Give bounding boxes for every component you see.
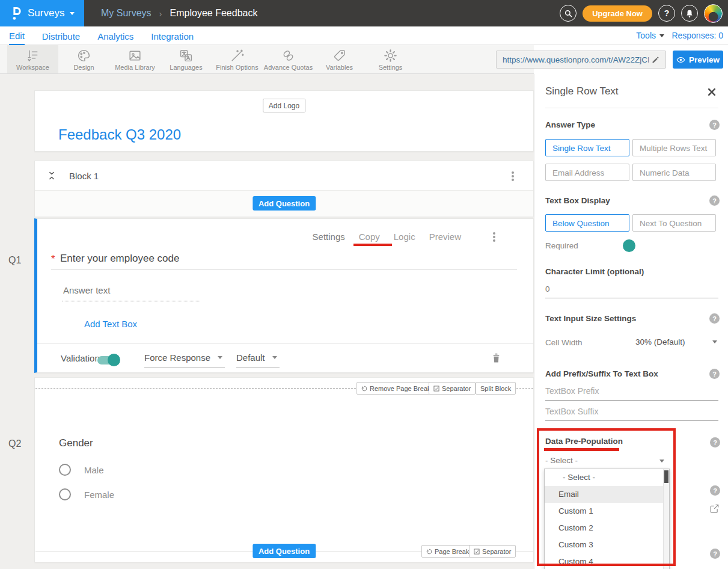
option-male-label[interactable]: Male bbox=[84, 465, 104, 475]
answer-type-help-icon[interactable]: ? bbox=[709, 120, 720, 130]
delete-question-trash-icon[interactable] bbox=[492, 352, 501, 363]
add-logo-button[interactable]: Add Logo bbox=[263, 99, 305, 112]
toolbar-advance-quotas[interactable]: Advance Quotas bbox=[263, 45, 314, 73]
toolbar-variables[interactable]: Variables bbox=[314, 45, 365, 73]
question-number-q2: Q2 bbox=[8, 438, 21, 449]
textbox-suffix-input[interactable] bbox=[545, 407, 718, 416]
help-button[interactable]: ? bbox=[658, 5, 675, 22]
question-tab-copy[interactable]: Copy bbox=[359, 232, 380, 242]
radio-female[interactable] bbox=[59, 488, 71, 500]
answer-type-email-address[interactable]: Email Address bbox=[545, 164, 629, 181]
data-pre-population-help-icon[interactable]: ? bbox=[710, 437, 720, 448]
collapse-block-icon[interactable] bbox=[47, 171, 56, 180]
toolbar-media-library[interactable]: Media Library bbox=[109, 45, 161, 73]
data-pre-population-caret-icon[interactable] bbox=[659, 460, 664, 463]
product-switcher[interactable]: Surveys bbox=[0, 0, 84, 26]
breadcrumb-current-survey: Employee Feedback bbox=[170, 8, 258, 19]
survey-title[interactable]: Feedback Q3 2020 bbox=[58, 126, 181, 143]
search-button[interactable] bbox=[560, 5, 577, 22]
toolbar-languages[interactable]: Languages bbox=[161, 45, 212, 73]
remove-page-break-button[interactable]: Remove Page Break bbox=[356, 382, 436, 395]
toolbar-design[interactable]: Design bbox=[58, 45, 109, 73]
upgrade-now-button[interactable]: Upgrade Now bbox=[583, 5, 652, 22]
dropdown-option-custom3[interactable]: Custom 3 bbox=[545, 537, 669, 553]
dropdown-option-custom2[interactable]: Custom 2 bbox=[545, 520, 669, 537]
add-text-box-link[interactable]: Add Text Box bbox=[84, 319, 137, 329]
force-response-dropdown[interactable]: Force Response bbox=[144, 352, 225, 368]
breadcrumb-my-surveys[interactable]: My Surveys bbox=[101, 8, 151, 19]
display-below-question[interactable]: Below Question bbox=[545, 214, 629, 232]
tab-analytics[interactable]: Analytics bbox=[97, 26, 133, 45]
block-card: Block 1 Add Question bbox=[34, 161, 534, 217]
separator-button-bottom[interactable]: Separator bbox=[469, 545, 516, 558]
validation-default-dropdown[interactable]: Default bbox=[236, 352, 280, 368]
page-2-card: Remove Page Break Separator Split Block … bbox=[34, 377, 534, 562]
character-limit-input[interactable] bbox=[545, 284, 718, 294]
dropdown-scrollbar[interactable] bbox=[663, 469, 669, 569]
block-name[interactable]: Block 1 bbox=[69, 171, 99, 181]
questionpro-logo-icon bbox=[10, 5, 22, 21]
add-question-button-bottom[interactable]: Add Question bbox=[252, 544, 316, 558]
question-tab-logic[interactable]: Logic bbox=[394, 232, 415, 242]
display-next-to-question[interactable]: Next To Question bbox=[632, 214, 716, 232]
question-menu-dots-icon[interactable] bbox=[493, 232, 495, 235]
textbox-prefix-input[interactable] bbox=[545, 387, 718, 396]
hidden-section-help-icon[interactable]: ? bbox=[710, 485, 720, 496]
text-input-size-help-icon[interactable]: ? bbox=[709, 313, 720, 324]
answer-text-input[interactable] bbox=[62, 285, 200, 301]
cell-width-caret-icon[interactable] bbox=[712, 340, 717, 343]
responses-count[interactable]: Responses: 0 bbox=[671, 26, 723, 45]
separator-button-top[interactable]: Separator bbox=[429, 382, 476, 395]
tools-menu[interactable]: Tools bbox=[636, 26, 664, 45]
survey-header-card: Add Logo Feedback Q3 2020 bbox=[34, 90, 534, 152]
annotation-settings-underline bbox=[353, 244, 392, 246]
required-label: Required bbox=[545, 241, 578, 250]
dropdown-option-email[interactable]: Email bbox=[545, 486, 669, 503]
toolbar-finish-options[interactable]: Finish Options bbox=[212, 45, 263, 73]
external-link-icon[interactable] bbox=[709, 503, 720, 514]
tab-integration[interactable]: Integration bbox=[151, 26, 194, 45]
dropdown-option-custom1[interactable]: Custom 1 bbox=[545, 503, 669, 520]
validation-toggle[interactable] bbox=[97, 356, 119, 364]
notifications-button[interactable] bbox=[681, 5, 698, 22]
page-break-icon bbox=[426, 549, 432, 555]
text-input-size-label: Text Input Size Settings bbox=[545, 314, 636, 323]
question-2-text[interactable]: Gender bbox=[59, 437, 93, 449]
dropdown-option-custom4[interactable]: Custom 4 bbox=[545, 553, 669, 569]
hidden-section-help-icon-2[interactable]: ? bbox=[710, 549, 720, 559]
survey-url-input[interactable] bbox=[497, 55, 651, 64]
question-action-tabs: Settings Copy Logic Preview bbox=[313, 232, 461, 242]
toolbar-settings[interactable]: Settings bbox=[365, 45, 416, 73]
option-female-label[interactable]: Female bbox=[84, 490, 114, 500]
data-pre-population-select[interactable]: - Select - bbox=[545, 456, 578, 465]
answer-type-numeric-data[interactable]: Numeric Data bbox=[632, 164, 716, 181]
question-1-text[interactable]: Enter your employee code bbox=[60, 253, 179, 265]
add-question-button[interactable]: Add Question bbox=[252, 196, 316, 211]
user-avatar[interactable] bbox=[704, 4, 723, 23]
question-tab-preview[interactable]: Preview bbox=[429, 232, 461, 242]
page-break-button[interactable]: Page Break bbox=[421, 545, 474, 558]
question-number-q1: Q1 bbox=[8, 255, 21, 266]
annotation-red-underline bbox=[544, 448, 619, 451]
dropdown-option-select[interactable]: - Select - bbox=[545, 469, 669, 486]
default-caret-icon bbox=[272, 356, 277, 359]
tab-edit[interactable]: Edit bbox=[9, 26, 25, 45]
split-block-button[interactable]: Split Block bbox=[476, 382, 516, 395]
edit-url-pencil-icon[interactable] bbox=[651, 55, 660, 64]
tab-distribute[interactable]: Distribute bbox=[42, 26, 80, 45]
cell-width-value[interactable]: 30% (Default) bbox=[635, 337, 685, 346]
prefix-suffix-help-icon[interactable]: ? bbox=[709, 369, 720, 379]
block-menu-dots-icon[interactable] bbox=[512, 171, 514, 174]
answer-type-single-row-text[interactable]: Single Row Text bbox=[545, 139, 629, 156]
question-tab-settings[interactable]: Settings bbox=[313, 232, 345, 242]
preview-button[interactable]: Preview bbox=[673, 51, 723, 69]
close-panel-icon[interactable] bbox=[707, 87, 717, 97]
answer-type-multiple-rows-text[interactable]: Multiple Rows Text bbox=[632, 139, 716, 156]
dropdown-scrollbar-thumb[interactable] bbox=[664, 470, 668, 483]
required-asterisk: * bbox=[51, 253, 55, 265]
toolbar-workspace[interactable]: Workspace bbox=[7, 45, 58, 73]
radio-male[interactable] bbox=[59, 464, 71, 476]
answer-type-label: Answer Type bbox=[545, 120, 595, 129]
text-box-display-help-icon[interactable]: ? bbox=[709, 195, 720, 206]
question-footer-divider bbox=[37, 343, 533, 344]
